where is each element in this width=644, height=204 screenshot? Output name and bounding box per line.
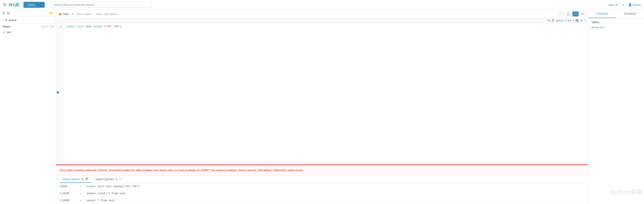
code-table-name: test xyxy=(86,25,93,28)
tables-list: ⊞ test xyxy=(0,30,56,35)
back-icon: ‹ xyxy=(2,18,4,22)
tables-count: (1) xyxy=(42,25,45,28)
code-editor[interactable]: insert into test values ("44","55") xyxy=(63,23,588,161)
hive-label: Hive xyxy=(63,12,69,16)
toolbar-copy-btn[interactable]: 📋 xyxy=(565,12,572,16)
history-row[interactable]: 2 分钟前 ✓ select count(*) from test xyxy=(56,190,588,197)
db-dropdown-icon[interactable]: ▾ xyxy=(564,19,566,22)
user-menu[interactable]: 👤 fayson xyxy=(628,3,641,6)
format-selector[interactable]: text xyxy=(568,19,571,22)
code-val2: "55" xyxy=(114,25,120,28)
saved-queries-search-icon[interactable]: 🔍 xyxy=(115,178,118,180)
tables-header: Tables (1) ▿ + ↻ xyxy=(0,24,56,30)
left-sidebar: ☰ ⊞ 📁 ‹ 🗄 default Tables (1) ▿ + ↻ ⊞ tes xyxy=(0,10,56,204)
user-icon: 👤 xyxy=(628,3,632,6)
collapse-btn[interactable]: ··· xyxy=(321,162,323,164)
table-icon: ⊞ xyxy=(3,31,5,34)
toolbar-history-icon[interactable]: ↺ xyxy=(71,12,74,16)
query-history-calendar-icon[interactable]: 📅 xyxy=(85,178,88,180)
db-section: ‹ 🗄 default xyxy=(0,17,56,24)
bottom-tabs: Query History 🔍 📅 Saved Queries 🔍 ↻ xyxy=(56,176,588,183)
panel-collapse: ··· xyxy=(56,161,588,164)
jobs-settings-icon: ⚙ xyxy=(615,3,618,6)
code-keyword-insert: insert into xyxy=(66,25,84,28)
center-area: 🐝 Hive ↺ Add a name... Add a description… xyxy=(56,10,588,204)
query-info-bar: 0s 🗄 default ▾ text ▾ 💾 ⚙ ? xyxy=(56,18,588,23)
sidebar-folder-icon[interactable]: 📁 xyxy=(50,11,54,15)
query-history-label: Query History xyxy=(62,178,80,181)
history-query-0: insert into test values("44","55") xyxy=(86,185,140,188)
add-name-placeholder[interactable]: Add a name... xyxy=(76,12,94,16)
history-time-2: 2 分钟前 xyxy=(59,198,76,202)
username: fayson xyxy=(632,3,641,6)
format-dropdown-icon[interactable]: ▾ xyxy=(573,19,574,22)
code-val1: "44" xyxy=(106,25,112,28)
nav-right: Jobs ⚙ ↺ 👤 fayson xyxy=(608,3,641,6)
right-table-item[interactable]: default.test xyxy=(591,25,641,30)
code-values: ( xyxy=(104,25,106,28)
refresh-tables-icon[interactable]: ↻ xyxy=(51,25,54,28)
right-panel: Assistant Functions Tables default.test xyxy=(588,10,644,204)
db-selector[interactable]: default xyxy=(556,19,563,22)
editor-container: 1 ▶ insert into test values ("44","55") xyxy=(56,23,588,161)
history-status-1: ✓ xyxy=(78,192,84,195)
right-panel-tabs: Assistant Functions xyxy=(588,10,644,18)
run-query-button[interactable]: ▶ xyxy=(57,90,60,94)
tab-saved-queries[interactable]: Saved Queries 🔍 ↻ xyxy=(92,176,125,183)
right-panel-content: Tables default.test xyxy=(588,18,644,32)
db-name: default xyxy=(8,19,16,22)
sidebar-copy-icon[interactable]: ⊞ xyxy=(7,11,10,15)
history-time-1: 2 分钟前 xyxy=(59,192,76,195)
db-info-icon: 🗄 xyxy=(552,19,554,22)
history-row[interactable]: 2 分钟前 ✓ select * from test xyxy=(56,197,588,204)
history-time-0: 几秒前 xyxy=(59,184,76,188)
history-query-2: select * from test xyxy=(86,199,115,202)
saved-queries-label: Saved Queries xyxy=(96,178,114,181)
history-list: 几秒前 ! insert into test values("44","55")… xyxy=(56,183,588,204)
line-number-1: 1 xyxy=(56,25,62,28)
add-table-icon[interactable]: + xyxy=(48,25,50,28)
tables-section-title: Tables xyxy=(591,21,641,24)
add-desc-placeholder[interactable]: Add a description... xyxy=(96,12,120,16)
filter-icon[interactable]: ▿ xyxy=(46,25,47,28)
toolbar-settings-btn[interactable]: ⚙ xyxy=(580,12,586,16)
info-save-icon[interactable]: 💾 xyxy=(576,19,579,22)
app-logo: H·UE xyxy=(9,2,20,8)
query-history-search-icon[interactable]: 🔍 xyxy=(81,178,84,180)
hamburger-menu[interactable]: ☰ xyxy=(3,2,6,7)
hive-badge: 🐝 Hive xyxy=(58,12,69,16)
tab-query-history[interactable]: Query History 🔍 📅 xyxy=(59,176,92,183)
info-help-icon[interactable]: ? xyxy=(584,19,586,22)
error-message: Error while compiling statement: FAILED:… xyxy=(60,169,304,172)
query-time: 0s xyxy=(548,19,550,22)
table-name: test xyxy=(7,31,11,34)
jobs-label: Jobs xyxy=(608,3,614,6)
saved-queries-refresh-icon[interactable]: ↻ xyxy=(119,178,121,180)
toolbar-tags-btn[interactable]: 🏷 xyxy=(572,12,579,16)
history-icon[interactable]: ↺ xyxy=(622,3,624,6)
toolbar-save-btn[interactable]: 📄 xyxy=(557,12,564,16)
query-caret-button[interactable]: ▾ xyxy=(39,2,45,8)
right-tab-assistant[interactable]: Assistant xyxy=(588,10,616,18)
global-search-input[interactable] xyxy=(51,2,152,8)
right-tab-functions[interactable]: Functions xyxy=(616,10,644,18)
query-main-button[interactable]: Query xyxy=(24,2,39,8)
table-item-test[interactable]: ⊞ test xyxy=(0,30,56,35)
sidebar-layers-icon[interactable]: ☰ xyxy=(2,11,5,15)
jobs-button[interactable]: Jobs ⚙ xyxy=(608,3,618,6)
code-keyword-values: values xyxy=(93,25,103,28)
history-status-0: ! xyxy=(78,185,84,188)
db-back-button[interactable]: ‹ 🗄 default xyxy=(2,18,54,22)
tables-label: Tables xyxy=(2,25,10,28)
query-button-group: Query ▾ xyxy=(24,2,44,8)
sidebar-top: ☰ ⊞ 📁 xyxy=(0,10,56,17)
top-nav: ☰ H·UE Query ▾ Jobs ⚙ ↺ 👤 fayson xyxy=(0,0,644,10)
hive-icon: 🐝 xyxy=(58,12,62,16)
editor-toolbar: 🐝 Hive ↺ Add a name... Add a description… xyxy=(56,10,588,18)
db-icon: 🗄 xyxy=(4,18,8,22)
main-layout: ☰ ⊞ 📁 ‹ 🗄 default Tables (1) ▿ + ↻ ⊞ tes xyxy=(0,10,644,204)
info-settings-icon[interactable]: ⚙ xyxy=(580,19,582,22)
history-row[interactable]: 几秒前 ! insert into test values("44","55") xyxy=(56,183,588,190)
bottom-panel: Query History 🔍 📅 Saved Queries 🔍 ↻ 几秒前 … xyxy=(56,175,588,204)
toolbar-right: 📄 📋 🏷 ⚙ xyxy=(557,12,586,16)
